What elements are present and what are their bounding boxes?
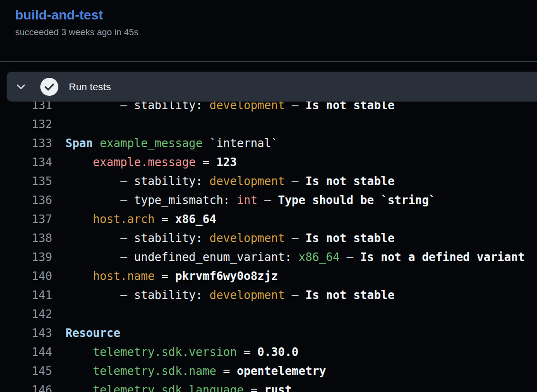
log-line-text: host.arch = x86_64 bbox=[65, 210, 216, 229]
log-segment: Is not a defined variant bbox=[360, 251, 525, 264]
line-number-link[interactable]: 146 bbox=[0, 381, 52, 392]
log-line-text: telemetry.sdk.name = opentelemetry bbox=[65, 362, 326, 381]
log-line: 145 telemetry.sdk.name = opentelemetry bbox=[0, 362, 525, 381]
log-line: 132 bbox=[0, 115, 525, 134]
log-segment bbox=[65, 345, 93, 359]
line-number-link[interactable]: 132 bbox=[0, 115, 52, 134]
line-number-link[interactable]: 140 bbox=[0, 267, 52, 286]
log-segment: example.message bbox=[93, 156, 196, 169]
log-line: 138 – stability: development – Is not st… bbox=[0, 229, 525, 248]
line-number-link[interactable]: 144 bbox=[0, 343, 52, 362]
log-line: 144 telemetry.sdk.version = 0.30.0 bbox=[0, 343, 525, 362]
line-number-link[interactable]: 139 bbox=[0, 248, 52, 267]
line-number-link[interactable]: 141 bbox=[0, 286, 52, 305]
log-segment: development bbox=[209, 232, 285, 245]
log-viewer[interactable]: Run tests 131 – stability: development –… bbox=[0, 62, 537, 392]
line-number-link[interactable]: 145 bbox=[0, 362, 52, 381]
log-segment: 123 bbox=[216, 156, 237, 169]
job-title-link[interactable]: build-and-test bbox=[15, 7, 103, 23]
log-segment: x86_64 bbox=[175, 213, 216, 226]
job-status-line: succeeded 3 weeks ago in 45s bbox=[15, 27, 522, 38]
log-segment: = bbox=[155, 270, 175, 283]
log-segment: – bbox=[285, 289, 305, 302]
log-lines: 131 – stability: development – Is not st… bbox=[0, 96, 525, 392]
log-segment bbox=[65, 213, 93, 226]
log-segment: – bbox=[340, 251, 360, 264]
log-segment: `internal` bbox=[203, 137, 278, 150]
log-segment: Span bbox=[65, 137, 93, 150]
workflow-log-page: { "header": { "job_name": "build-and-tes… bbox=[0, 0, 537, 392]
log-line-text: – stability: development – Is not stable bbox=[65, 286, 395, 305]
log-line-text: example.message = 123 bbox=[65, 153, 237, 172]
log-line-text: host.name = pkrvmf6wy0o8zjz bbox=[65, 267, 278, 286]
log-line-text: telemetry.sdk.language = rust bbox=[65, 381, 292, 392]
log-segment: – stability: bbox=[65, 175, 209, 188]
log-segment: host.name bbox=[93, 270, 155, 283]
line-number-link[interactable]: 135 bbox=[0, 172, 52, 191]
log-line: 134 example.message = 123 bbox=[0, 153, 525, 172]
log-segment: – bbox=[258, 194, 278, 207]
log-line: 142 bbox=[0, 305, 525, 324]
log-line: 140 host.name = pkrvmf6wy0o8zjz bbox=[0, 267, 525, 286]
log-line: 141 – stability: development – Is not st… bbox=[0, 286, 525, 305]
line-number-link[interactable]: 133 bbox=[0, 134, 52, 153]
log-segment: Is not stable bbox=[306, 175, 395, 188]
log-segment: pkrvmf6wy0o8zjz bbox=[175, 270, 278, 283]
log-line-text: telemetry.sdk.version = 0.30.0 bbox=[65, 343, 298, 362]
log-segment: opentelemetry bbox=[237, 364, 326, 378]
log-segment: = bbox=[216, 364, 237, 378]
log-line-text: – undefined_enum_variant: x86_64 – Is no… bbox=[65, 248, 525, 267]
log-segment: = bbox=[196, 156, 216, 169]
log-line-text: – stability: development – Is not stable bbox=[65, 172, 395, 191]
check-circle-icon bbox=[40, 78, 58, 96]
log-line-text: Span example_message `internal` bbox=[65, 134, 278, 153]
log-segment: development bbox=[209, 289, 285, 302]
line-number-link[interactable]: 137 bbox=[0, 210, 52, 229]
log-segment: x86_64 bbox=[298, 251, 340, 264]
line-number-link[interactable]: 143 bbox=[0, 324, 52, 343]
job-header: build-and-test succeeded 3 weeks ago in … bbox=[0, 0, 537, 38]
log-segment: Is not stable bbox=[306, 289, 395, 302]
log-line: 137 host.arch = x86_64 bbox=[0, 210, 525, 229]
log-line: 146 telemetry.sdk.language = rust bbox=[0, 381, 525, 392]
log-segment: telemetry.sdk.name bbox=[93, 364, 216, 378]
log-segment: example_message bbox=[100, 137, 203, 150]
log-line-text: – type_mismatch: int – Type should be `s… bbox=[65, 191, 435, 210]
log-segment: int bbox=[237, 194, 257, 207]
line-number-link[interactable]: 134 bbox=[0, 153, 52, 172]
log-segment: Resource bbox=[65, 327, 120, 340]
log-segment: = bbox=[244, 383, 264, 392]
log-segment: Is not stable bbox=[306, 232, 395, 245]
log-segment: development bbox=[209, 175, 285, 188]
log-line-text: Resource bbox=[65, 324, 120, 343]
log-segment: – stability: bbox=[65, 232, 209, 245]
log-line-text: – stability: development – Is not stable bbox=[65, 229, 395, 248]
log-segment: = bbox=[237, 345, 257, 359]
line-number-link[interactable]: 138 bbox=[0, 229, 52, 248]
line-number-link[interactable]: 136 bbox=[0, 191, 52, 210]
log-line: 136 – type_mismatch: int – Type should b… bbox=[0, 191, 525, 210]
log-segment: = bbox=[155, 213, 175, 226]
step-header-run-tests[interactable]: Run tests bbox=[7, 72, 537, 102]
log-segment: – undefined_enum_variant: bbox=[65, 251, 298, 264]
log-segment bbox=[65, 156, 93, 169]
log-segment: telemetry.sdk.version bbox=[93, 345, 237, 359]
log-segment: – bbox=[285, 175, 305, 188]
log-segment: – type_mismatch: bbox=[65, 194, 237, 207]
log-line: 143Resource bbox=[0, 324, 525, 343]
log-segment bbox=[93, 137, 100, 150]
log-segment bbox=[65, 383, 93, 392]
log-segment: Type should be `string` bbox=[278, 194, 435, 207]
chevron-down-icon bbox=[16, 82, 26, 92]
line-number-link[interactable]: 142 bbox=[0, 305, 52, 324]
log-segment: telemetry.sdk.language bbox=[93, 383, 244, 392]
log-segment: 0.30.0 bbox=[258, 345, 299, 359]
log-line: 135 – stability: development – Is not st… bbox=[0, 172, 525, 191]
log-segment: – bbox=[285, 232, 305, 245]
log-line: 133Span example_message `internal` bbox=[0, 134, 525, 153]
log-segment bbox=[65, 364, 93, 378]
log-segment: host.arch bbox=[93, 213, 155, 226]
step-name: Run tests bbox=[69, 81, 111, 93]
log-segment: rust bbox=[264, 383, 292, 392]
log-segment bbox=[65, 270, 93, 283]
